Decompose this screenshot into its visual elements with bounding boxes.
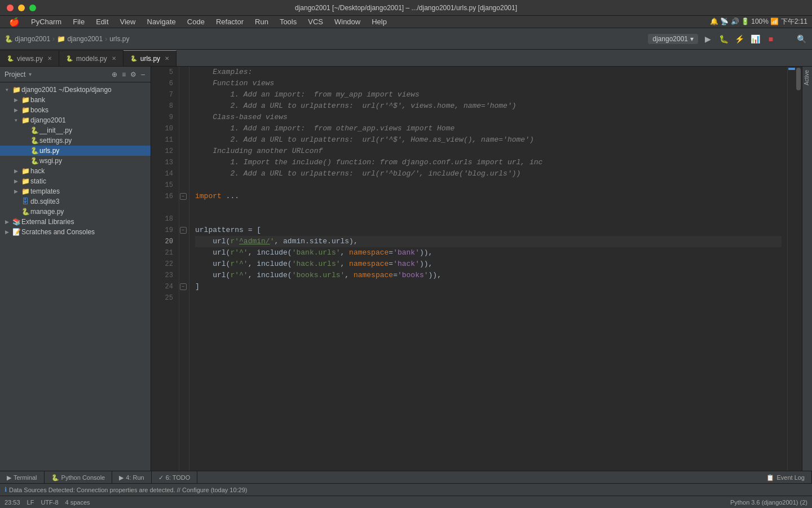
tree-label-templates: templates [30,187,60,195]
sidebar-item-init[interactable]: 🐍 __init__.py [0,125,151,135]
sidebar-item-bank[interactable]: ▶ 📁 bank [0,95,151,105]
code-token: 'hack.urls' [292,259,341,270]
sidebar-hide-btn[interactable]: – [140,69,146,80]
line-num-23: 23 [151,270,173,281]
menu-refactor[interactable]: Refactor [211,16,248,27]
fg-11 [179,134,189,146]
line-num-22: 22 [151,259,173,270]
sidebar-item-ext-libs[interactable]: ▶ 📚 External Libraries [0,217,151,227]
code-token: = [389,247,393,259]
menu-file[interactable]: File [68,16,89,27]
py-icon-settings: 🐍 [29,137,39,144]
tree-arrow-django2001: ▾ [11,117,20,123]
tab-close-views[interactable]: ✕ [47,55,52,62]
fold-marker-24[interactable]: – [180,283,187,290]
status-linesep[interactable]: LF [27,499,34,506]
search-button[interactable]: 🔍 [795,33,807,45]
menu-edit[interactable]: Edit [91,16,113,27]
run-coverage-button[interactable]: ⚡ [733,33,745,45]
sidebar-collapse-all-btn[interactable]: ≡ [121,69,127,80]
code-token: Examples: [195,67,252,78]
close-button[interactable] [7,5,14,11]
tab-label-models: models.py [76,55,107,63]
code-token: include( [257,270,292,281]
menu-help[interactable]: Help [367,16,391,27]
menu-tools[interactable]: Tools [275,16,301,27]
sidebar-dropdown-icon[interactable]: ▾ [29,71,32,77]
code-line-17 [195,202,782,213]
sidebar-item-wsgi[interactable]: 🐍 wsgi.py [0,156,151,166]
py-icon-urls: 🐍 [29,147,39,155]
tree-label-db: db.sqlite3 [30,198,59,205]
tab-close-models[interactable]: ✕ [112,55,116,62]
debug-button[interactable]: 🐛 [717,33,730,45]
sidebar-item-django2001-pkg[interactable]: ▾ 📁 django2001 [0,115,151,125]
minimize-button[interactable] [18,5,25,11]
code-line-7: 1. Add an import: from my_app import vie… [195,89,782,100]
sidebar-locate-btn[interactable]: ⊕ [111,69,118,80]
breadcrumb-root[interactable]: 🐍 django2001 [5,35,50,43]
run-button[interactable]: ▶ [701,33,714,45]
code-line-21: url(r'^', include('bank.urls', namespace… [195,247,782,259]
maximize-button[interactable] [29,5,36,11]
menu-run[interactable]: Run [250,16,273,27]
status-encoding[interactable]: UTF-8 [41,499,58,506]
stop-button[interactable]: ■ [765,33,777,45]
fg-19[interactable]: – [179,225,189,236]
right-panel-active[interactable]: Active [802,67,812,89]
menu-pycharm[interactable]: PyCharm [27,16,66,27]
run-config[interactable]: django2001 ▾ [648,34,698,44]
apple-menu[interactable]: 🍎 [5,17,24,27]
py-icon-wsgi: 🐍 [29,157,39,165]
code-line-24: ] [195,281,782,292]
fg-25 [179,292,189,304]
menu-view[interactable]: View [116,16,140,27]
code-editor[interactable]: 5 6 7 8 9 10 11 12 13 14 15 16 18 19 20 [151,67,802,471]
bottom-tab-todo[interactable]: ✓ 6: TODO [152,471,198,484]
notification-bar: ℹ Data Sources Detected: Connection prop… [0,483,812,496]
sidebar-item-books[interactable]: ▶ 📁 books [0,105,151,115]
menu-navigate[interactable]: Navigate [143,16,180,27]
fg-16[interactable]: – [179,191,189,202]
sidebar-item-django2001-root[interactable]: ▾ 📁 django2001 ~/Desktop/django [0,85,151,95]
sidebar-item-db[interactable]: 🗄 db.sqlite3 [0,196,151,207]
profile-button[interactable]: 📊 [749,33,761,45]
fg-24[interactable]: – [179,281,189,292]
bottom-tab-python-console[interactable]: 🐍 Python Console [45,471,113,484]
tab-label-views: views.py [17,55,43,63]
breadcrumb-pkg[interactable]: 📁 django2001 [57,35,103,43]
notification-text[interactable]: Data Sources Detected: Connection proper… [9,487,248,493]
menu-vcs[interactable]: VCS [303,16,328,27]
bottom-tab-run[interactable]: ▶ 4: Run [112,471,151,484]
sidebar-item-manage[interactable]: 🐍 manage.py [0,207,151,217]
bottom-tab-event-log[interactable]: 📋 Event Log [760,471,812,484]
sidebar-item-scratches[interactable]: ▶ 📝 Scratches and Consoles [0,227,151,237]
code-token: )), [420,247,433,259]
sidebar-item-urls[interactable]: 🐍 urls.py [0,146,151,156]
status-python[interactable]: Python 3.6 (django2001) (2) [730,499,807,506]
line-num-6: 6 [151,78,173,89]
status-position[interactable]: 23:53 [5,499,20,506]
tab-models-py[interactable]: 🐍 models.py ✕ [59,50,123,66]
tab-urls-py[interactable]: 🐍 urls.py ✕ [123,50,176,66]
tab-views-py[interactable]: 🐍 views.py ✕ [0,50,59,66]
editor-scrollbar[interactable] [795,67,802,471]
sidebar-item-static[interactable]: ▶ 📁 static [0,176,151,186]
tree-arrow-root: ▾ [2,87,11,93]
tree-arrow-templates: ▶ [11,189,20,194]
scrollbar-thumb[interactable] [796,68,801,90]
menu-window[interactable]: Window [330,16,365,27]
sidebar-item-hack[interactable]: ▶ 📁 hack [0,166,151,176]
sidebar-item-templates[interactable]: ▶ 📁 templates [0,186,151,196]
breadcrumb-file[interactable]: urls.py [109,35,129,43]
traffic-lights [7,5,36,11]
tab-close-urls[interactable]: ✕ [165,55,169,62]
fold-marker-16[interactable]: – [180,193,187,200]
sidebar-item-settings[interactable]: 🐍 settings.py [0,135,151,146]
fold-marker-19[interactable]: – [180,227,187,234]
bottom-tab-terminal[interactable]: ▶ Terminal [0,471,45,484]
project-sidebar: Project ▾ ⊕ ≡ ⚙ – ▾ 📁 django2001 ~/Deskt… [0,67,151,471]
menu-code[interactable]: Code [183,16,209,27]
status-indent[interactable]: 4 spaces [65,499,90,506]
sidebar-settings-btn[interactable]: ⚙ [129,69,138,80]
